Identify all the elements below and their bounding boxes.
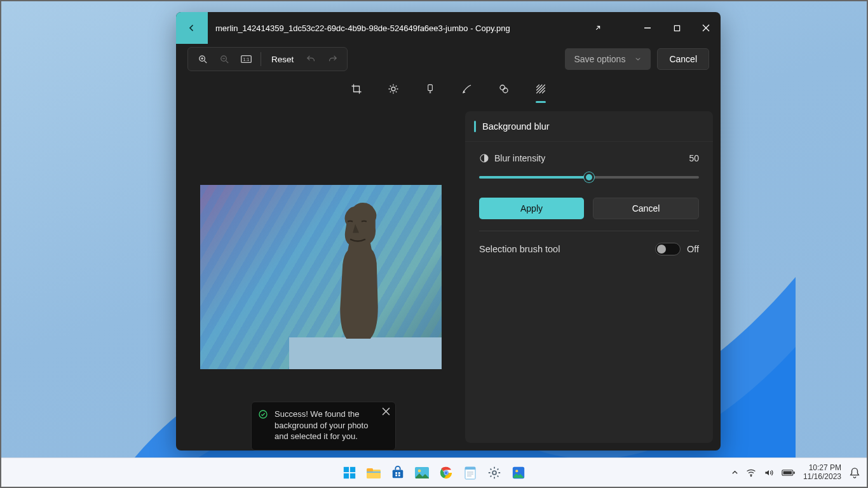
- undo-button: [300, 48, 322, 70]
- volume-icon[interactable]: [764, 468, 774, 477]
- svg-rect-39: [350, 473, 355, 478]
- notifications-icon[interactable]: [849, 466, 860, 479]
- svg-rect-37: [350, 466, 355, 471]
- svg-line-18: [390, 85, 391, 86]
- svg-rect-41: [367, 468, 373, 471]
- svg-point-61: [515, 470, 518, 472]
- cancel-button[interactable]: Cancel: [657, 48, 709, 70]
- svg-line-30: [539, 87, 545, 93]
- reset-button[interactable]: Reset: [265, 48, 300, 70]
- clock-time: 10:27 PM: [803, 464, 841, 473]
- chevron-down-icon: [634, 55, 642, 63]
- svg-point-49: [418, 469, 421, 472]
- photos-icon[interactable]: [510, 464, 527, 482]
- svg-line-5: [204, 60, 207, 63]
- tray-overflow-icon[interactable]: [731, 469, 738, 476]
- svg-point-33: [259, 410, 267, 418]
- svg-point-13: [391, 87, 395, 91]
- toast-text: Success! We found the background of your…: [275, 409, 368, 441]
- image-preview[interactable]: [200, 185, 442, 369]
- open-external-icon[interactable]: [583, 12, 613, 44]
- save-label: Save options: [574, 54, 625, 64]
- clock-date: 11/16/2023: [803, 473, 841, 482]
- background-tab[interactable]: [532, 76, 550, 102]
- svg-point-26: [503, 88, 508, 93]
- success-toast: Success! We found the background of your…: [251, 402, 396, 451]
- fit-to-screen-button[interactable]: 1:1: [235, 48, 257, 70]
- blur-slider[interactable]: [479, 168, 699, 186]
- svg-rect-64: [794, 471, 795, 473]
- blur-intensity-row: Blur intensity 50: [479, 153, 699, 163]
- svg-line-27: [536, 85, 539, 88]
- crop-tab[interactable]: [348, 76, 365, 102]
- toolbar: 1:1 Reset Save options Cancel: [176, 44, 721, 74]
- svg-line-31: [542, 90, 545, 93]
- svg-rect-22: [428, 85, 432, 90]
- clock[interactable]: 10:27 PM 11/16/2023: [803, 464, 841, 482]
- back-button[interactable]: [176, 12, 208, 44]
- svg-rect-36: [344, 466, 349, 471]
- maximize-button[interactable]: [662, 12, 691, 44]
- zoom-toolbar: 1:1 Reset: [187, 47, 348, 71]
- canvas-area: [176, 104, 465, 451]
- minimize-button[interactable]: [633, 12, 662, 44]
- blur-value: 50: [689, 153, 699, 163]
- redo-button: [322, 48, 343, 70]
- battery-icon[interactable]: [782, 468, 796, 477]
- chrome-icon[interactable]: [437, 464, 455, 482]
- selection-brush-toggle[interactable]: [655, 243, 681, 255]
- filter-tab[interactable]: [421, 76, 439, 102]
- adjust-tab[interactable]: [384, 76, 402, 102]
- svg-rect-47: [398, 474, 400, 476]
- microsoft-store-icon[interactable]: [389, 464, 407, 482]
- photos-editor-window: merlin_142414359_1dc53c22-69dc-4b9b-98de…: [176, 12, 721, 451]
- toast-close-icon[interactable]: [382, 407, 390, 416]
- blur-label: Blur intensity: [494, 153, 545, 163]
- toolbar-separator: [261, 52, 261, 66]
- preview-subject-statue: [327, 203, 391, 348]
- svg-rect-1: [674, 25, 679, 30]
- svg-point-25: [500, 85, 505, 90]
- svg-rect-65: [783, 471, 792, 474]
- save-options-button[interactable]: Save options: [565, 48, 651, 70]
- toggle-label: Selection brush tool: [479, 244, 560, 254]
- taskbar: 10:27 PM 11/16/2023: [1, 458, 867, 487]
- svg-line-20: [390, 91, 391, 92]
- retouch-tab[interactable]: [495, 76, 513, 102]
- start-button[interactable]: [341, 464, 358, 482]
- taskbar-apps: [341, 464, 527, 482]
- close-button[interactable]: [691, 12, 721, 44]
- panel-cancel-button[interactable]: Cancel: [593, 198, 699, 219]
- panel-buttons: Apply Cancel: [479, 198, 699, 219]
- edit-mode-tabs: [176, 74, 721, 104]
- zoom-in-button[interactable]: [192, 48, 214, 70]
- svg-rect-43: [393, 470, 403, 478]
- apply-button[interactable]: Apply: [479, 198, 584, 219]
- zoom-out-button: [214, 48, 235, 70]
- notepad-icon[interactable]: [461, 464, 479, 482]
- svg-line-21: [395, 85, 397, 86]
- background-blur-panel: Background blur Blur intensity 50 Apply …: [465, 111, 713, 443]
- svg-rect-55: [465, 467, 475, 470]
- svg-rect-45: [398, 472, 400, 474]
- panel-title-text: Background blur: [482, 121, 550, 132]
- selection-brush-row: Selection brush tool Off: [465, 243, 713, 255]
- content-area: Background blur Blur intensity 50 Apply …: [176, 104, 721, 451]
- svg-point-59: [492, 471, 496, 475]
- svg-rect-44: [395, 472, 397, 474]
- titlebar: merlin_142414359_1dc53c22-69dc-4b9b-98de…: [176, 12, 721, 44]
- settings-icon[interactable]: [485, 464, 503, 482]
- photos-legacy-icon[interactable]: [413, 464, 431, 482]
- svg-rect-46: [395, 474, 397, 476]
- svg-rect-42: [367, 471, 381, 473]
- svg-text:1:1: 1:1: [243, 57, 249, 62]
- file-explorer-icon[interactable]: [365, 464, 383, 482]
- svg-line-9: [226, 60, 228, 63]
- wifi-icon[interactable]: [746, 468, 756, 477]
- check-circle-icon: [258, 409, 268, 419]
- blur-icon: [479, 153, 489, 163]
- taskbar-tray: 10:27 PM 11/16/2023: [731, 464, 860, 482]
- markup-tab[interactable]: [458, 76, 476, 102]
- svg-point-53: [444, 471, 447, 474]
- toggle-state: Off: [687, 244, 699, 254]
